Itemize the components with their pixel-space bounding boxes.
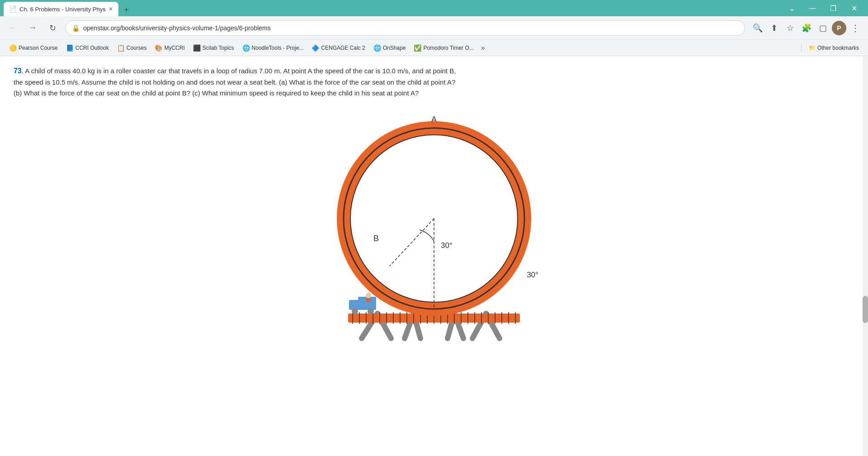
new-tab-button[interactable]: + xyxy=(120,4,133,16)
problem-number: 73 xyxy=(14,67,22,75)
close-button[interactable]: ✕ xyxy=(844,0,864,16)
svg-line-38 xyxy=(390,218,434,266)
scrollbar[interactable] xyxy=(863,56,868,456)
point-a-label: A xyxy=(431,115,437,124)
tab-search-button[interactable]: ⌄ xyxy=(781,0,802,16)
bookmark-star-button[interactable]: ☆ xyxy=(783,21,797,35)
url-bar[interactable]: 🔒 openstax.org/books/university-physics-… xyxy=(65,20,745,36)
pearson-icon: 🟡 xyxy=(9,44,17,52)
security-lock-icon: 🔒 xyxy=(72,24,80,32)
bookmark-pomodoro-label: Pomodoro Timer O... xyxy=(423,45,473,51)
scrollbar-thumb[interactable] xyxy=(863,296,868,323)
point-b-label: B xyxy=(373,234,379,243)
problem-text: . A child of mass 40.0 kg is in a roller… xyxy=(14,67,456,97)
bookmark-pearson-label: Pearson Course xyxy=(19,45,58,51)
scilab-icon: ⬛ xyxy=(193,44,201,52)
angle-label: 30° xyxy=(527,271,538,279)
more-bookmarks-button[interactable]: » xyxy=(478,42,488,54)
bookmark-pearson[interactable]: 🟡 Pearson Course xyxy=(5,43,61,53)
address-bar: ← → ↻ 🔒 openstax.org/books/university-ph… xyxy=(0,16,868,40)
svg-point-42 xyxy=(368,308,374,314)
bookmark-scilab[interactable]: ⬛ Scilab Topics xyxy=(189,43,238,53)
tab-close-button[interactable]: ✕ xyxy=(108,6,113,12)
courses-icon: 📋 xyxy=(117,44,125,52)
svg-rect-44 xyxy=(366,298,371,302)
menu-button[interactable]: ⋮ xyxy=(848,21,863,35)
ccri-outlook-icon: 📘 xyxy=(66,44,74,52)
page-content: 73. A child of mass 40.0 kg is in a roll… xyxy=(0,56,868,456)
other-bookmarks-label: Other bookmarks xyxy=(817,45,859,51)
url-text: openstax.org/books/university-physics-vo… xyxy=(83,24,735,32)
bookmark-scilab-label: Scilab Topics xyxy=(203,45,234,51)
back-button[interactable]: ← xyxy=(5,21,20,35)
bookmark-noodletools-label: NoodleTools - Proje... xyxy=(252,45,304,51)
window-controls: ⌄ — ❐ ✕ xyxy=(781,0,864,16)
problem-container: 73. A child of mass 40.0 kg is in a roll… xyxy=(14,65,457,99)
bookmark-ccri-outlook-label: CCRI Outlook xyxy=(75,45,109,51)
reload-button[interactable]: ↻ xyxy=(45,21,60,35)
myccri-icon: 🎨 xyxy=(155,44,162,52)
forward-button[interactable]: → xyxy=(25,21,40,35)
bookmark-courses-label: Courses xyxy=(127,45,147,51)
diagram-container: A B 30° 30° xyxy=(14,108,854,343)
folder-icon: 📁 xyxy=(809,45,816,51)
noodletools-icon: 🌐 xyxy=(242,44,250,52)
bookmark-cengage-label: CENGAGE Calc 2 xyxy=(321,45,365,51)
bookmarks-bar: 🟡 Pearson Course 📘 CCRI Outlook 📋 Course… xyxy=(0,40,868,56)
search-icon-button[interactable]: 🔍 xyxy=(750,21,765,35)
angle-label-main: 30° xyxy=(441,241,453,250)
tab-title: Ch. 6 Problems - University Phys xyxy=(19,6,106,13)
bookmark-pomodoro[interactable]: ✅ Pomodoro Timer O... xyxy=(410,43,477,53)
svg-point-41 xyxy=(352,308,358,314)
bookmark-noodletools[interactable]: 🌐 NoodleTools - Proje... xyxy=(239,43,307,53)
problem-paragraph: 73. A child of mass 40.0 kg is in a roll… xyxy=(14,65,457,99)
sidebar-button[interactable]: ▢ xyxy=(816,21,830,35)
minimize-button[interactable]: — xyxy=(802,0,823,16)
bookmark-myccri[interactable]: 🎨 MyCCRI xyxy=(151,43,188,53)
cengage-icon: 🔷 xyxy=(311,44,319,52)
bookmark-ccri-outlook[interactable]: 📘 CCRI Outlook xyxy=(62,43,113,53)
bookmark-myccri-label: MyCCRI xyxy=(164,45,184,51)
bookmark-onshape[interactable]: 🌐 OnShape xyxy=(370,43,410,53)
svg-point-43 xyxy=(366,293,371,298)
profile-button[interactable]: P xyxy=(832,21,846,35)
toolbar-icons: 🔍 ⬆ ☆ 🧩 ▢ P ⋮ xyxy=(750,21,863,35)
bookmark-onshape-label: OnShape xyxy=(383,45,406,51)
bookmark-cengage[interactable]: 🔷 CENGAGE Calc 2 xyxy=(308,43,368,53)
tab-favicon: 📄 xyxy=(9,5,17,13)
active-tab[interactable]: 📄 Ch. 6 Problems - University Phys ✕ xyxy=(4,2,118,16)
title-bar: 📄 Ch. 6 Problems - University Phys ✕ + ⌄… xyxy=(0,0,868,16)
maximize-button[interactable]: ❐ xyxy=(823,0,844,16)
onshape-icon: 🌐 xyxy=(373,44,381,52)
pomodoro-icon: ✅ xyxy=(414,44,421,52)
roller-coaster-diagram: A B 30° 30° xyxy=(307,108,561,343)
extensions-button[interactable]: 🧩 xyxy=(799,21,814,35)
bookmark-separator xyxy=(801,43,802,52)
other-bookmarks-folder[interactable]: 📁 Other bookmarks xyxy=(805,43,863,53)
share-button[interactable]: ⬆ xyxy=(767,21,781,35)
bookmark-courses[interactable]: 📋 Courses xyxy=(113,43,151,53)
bookmarks-right-section: 📁 Other bookmarks xyxy=(799,43,863,53)
